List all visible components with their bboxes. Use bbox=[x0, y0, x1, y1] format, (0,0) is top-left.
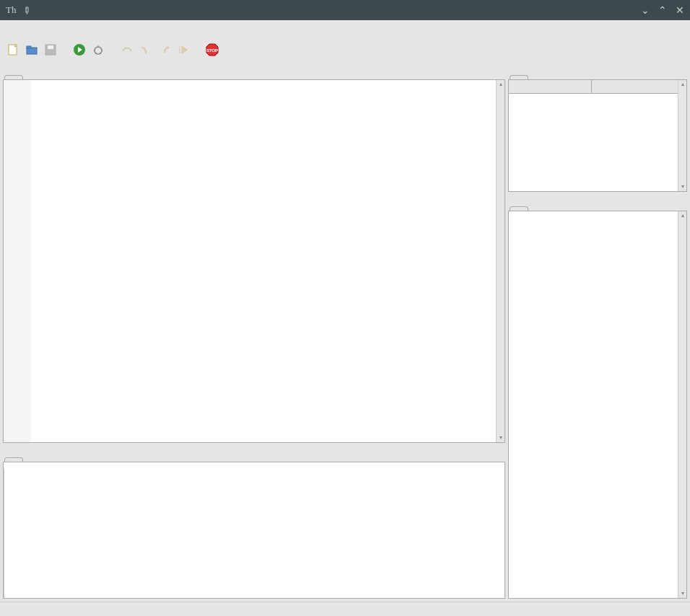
code-editor[interactable] bbox=[4, 80, 505, 442]
editor-panel: × ▴ ▾ bbox=[3, 63, 505, 443]
menu-view[interactable] bbox=[33, 27, 45, 32]
assistant-scrollbar[interactable]: ▴ ▾ bbox=[678, 211, 686, 598]
save-icon[interactable] bbox=[43, 43, 58, 57]
variables-scrollbar[interactable]: ▴ ▾ bbox=[678, 80, 686, 191]
new-file-icon[interactable] bbox=[6, 43, 20, 57]
titlebar: Th ✎ ⌄ ⌃ ✕ bbox=[0, 0, 690, 20]
step-out-icon[interactable] bbox=[157, 43, 172, 57]
svg-rect-4 bbox=[48, 45, 53, 49]
close-icon[interactable]: ✕ bbox=[676, 4, 684, 16]
assistant-panel: × ▴ ▾ bbox=[508, 195, 687, 599]
menu-tools[interactable] bbox=[62, 27, 74, 32]
variables-col-value[interactable] bbox=[592, 80, 686, 93]
step-over-icon[interactable] bbox=[120, 43, 134, 57]
line-gutter bbox=[4, 80, 31, 442]
scroll-up-icon[interactable]: ▴ bbox=[679, 212, 686, 219]
scroll-down-icon[interactable]: ▾ bbox=[497, 434, 505, 441]
statusbar bbox=[0, 602, 690, 616]
shell-panel: × bbox=[3, 446, 505, 599]
svg-point-6 bbox=[95, 47, 102, 54]
variables-panel: × ▴ ▾ bbox=[508, 63, 687, 192]
open-file-icon[interactable] bbox=[25, 43, 39, 57]
editor-scrollbar[interactable]: ▴ ▾ bbox=[496, 80, 505, 442]
app-icon: Th bbox=[6, 4, 16, 16]
plotter[interactable] bbox=[4, 468, 505, 599]
minimize-icon[interactable]: ⌄ bbox=[641, 4, 650, 16]
svg-text:STOP: STOP bbox=[206, 48, 218, 53]
variables-headers bbox=[509, 80, 686, 94]
menu-file[interactable] bbox=[4, 27, 16, 32]
stop-icon[interactable]: STOP bbox=[205, 43, 219, 57]
resume-icon[interactable] bbox=[176, 43, 191, 57]
assistant-body[interactable]: ▴ ▾ bbox=[508, 211, 687, 599]
scroll-down-icon[interactable]: ▾ bbox=[679, 183, 686, 190]
pin-icon[interactable]: ✎ bbox=[21, 4, 34, 17]
menu-edit[interactable] bbox=[19, 27, 30, 32]
toolbar: STOP bbox=[0, 39, 690, 61]
step-into-icon[interactable] bbox=[139, 43, 153, 57]
variables-col-name[interactable] bbox=[509, 80, 592, 93]
scroll-up-icon[interactable]: ▴ bbox=[679, 81, 686, 88]
menubar bbox=[0, 20, 690, 39]
shell-output[interactable] bbox=[4, 462, 289, 465]
svg-rect-2 bbox=[27, 46, 31, 48]
scroll-up-icon[interactable]: ▴ bbox=[497, 81, 505, 88]
scroll-down-icon[interactable]: ▾ bbox=[679, 590, 686, 597]
debug-icon[interactable] bbox=[91, 43, 105, 57]
maximize-icon[interactable]: ⌃ bbox=[658, 4, 667, 16]
code-area[interactable] bbox=[31, 80, 505, 442]
run-icon[interactable] bbox=[72, 43, 87, 57]
menu-help[interactable] bbox=[77, 27, 88, 32]
menu-run[interactable] bbox=[48, 27, 59, 32]
